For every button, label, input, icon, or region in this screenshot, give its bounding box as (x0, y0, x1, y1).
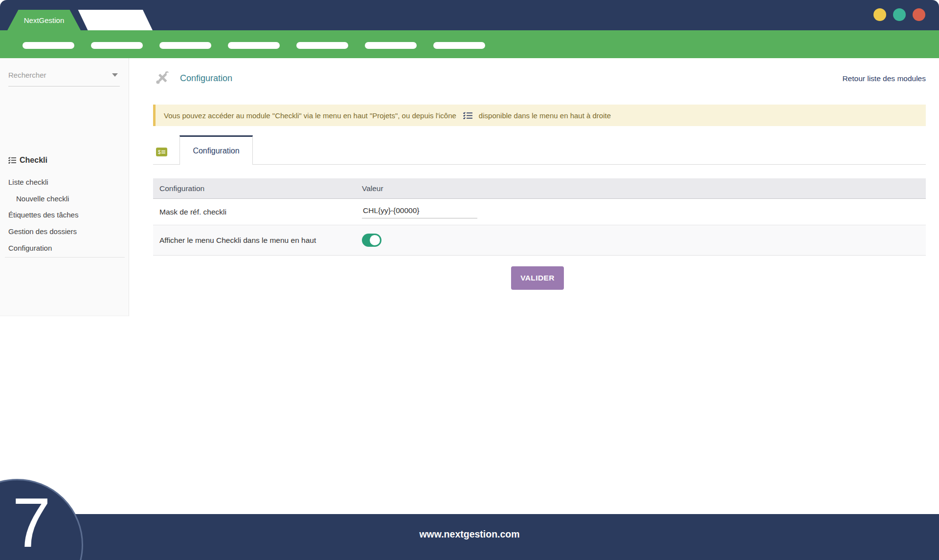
sidebar: Rechercher Checkli Liste checkli Nouvell… (0, 58, 129, 316)
menu-item-pill[interactable] (433, 42, 485, 49)
menu-item-pill[interactable] (365, 42, 417, 49)
sidebar-item-liste-checkli[interactable]: Liste checkli (8, 178, 48, 186)
tab-baseline (153, 164, 926, 165)
search-input[interactable]: Rechercher (8, 71, 120, 86)
money-icon: $ (156, 148, 167, 158)
svg-text:$: $ (158, 150, 161, 155)
table-row: Mask de réf. checkli (153, 199, 926, 225)
notice-banner: Vous pouvez accéder au module "Checkli" … (153, 105, 926, 126)
brand-label: NextGestion (24, 16, 65, 24)
toggle-knob (370, 235, 380, 245)
window-dot-red[interactable] (913, 8, 925, 21)
sidebar-section-label: Checkli (20, 156, 47, 165)
show-menu-toggle[interactable] (362, 234, 381, 247)
table-row: Afficher le menu Checkli dans le menu en… (153, 225, 926, 256)
window-dots (873, 8, 925, 21)
page-title: Configuration (180, 73, 232, 84)
setting-label-mask: Mask de réf. checkli (153, 208, 362, 216)
column-header-configuration: Configuration (153, 184, 362, 193)
redacted-brand-slab (77, 10, 153, 30)
menu-item-pill[interactable] (296, 42, 348, 49)
sidebar-item-configuration[interactable]: Configuration (8, 244, 52, 252)
page-number: 7 (12, 488, 51, 558)
mask-ref-input[interactable] (362, 205, 477, 218)
checklist-icon (8, 157, 16, 164)
menu-item-pill[interactable] (91, 42, 143, 49)
checklist-icon (463, 112, 472, 119)
top-menu-bar (0, 30, 939, 58)
search-placeholder: Rechercher (8, 71, 46, 79)
tab-label: Configuration (193, 147, 239, 155)
window-dot-yellow[interactable] (873, 8, 886, 21)
chevron-down-icon (112, 73, 118, 77)
tools-icon (155, 70, 170, 87)
configuration-table: Configuration Valeur Mask de réf. checkl… (153, 178, 926, 256)
sidebar-item-gestion-dossiers[interactable]: Gestion des dossiers (8, 227, 77, 236)
tab-configuration[interactable]: Configuration (179, 135, 253, 165)
page-number-badge: 7 (0, 479, 83, 560)
menu-item-pill[interactable] (22, 42, 74, 49)
setting-label-show-menu: Afficher le menu Checkli dans le menu en… (153, 236, 362, 245)
table-header-row: Configuration Valeur (153, 178, 926, 199)
sidebar-section-checkli: Checkli (8, 156, 47, 165)
menu-item-pill[interactable] (228, 42, 280, 49)
sidebar-item-nouvelle-checkli[interactable]: Nouvelle checkli (16, 194, 69, 203)
top-bar: NextGestion (0, 0, 939, 30)
menu-item-pill[interactable] (159, 42, 211, 49)
column-header-valeur: Valeur (362, 184, 926, 193)
footer-bar: www.nextgestion.com (0, 514, 939, 560)
window-dot-teal[interactable] (893, 8, 906, 21)
sidebar-item-etiquettes-taches[interactable]: Étiquettes des tâches (8, 211, 78, 219)
notice-text-before: Vous pouvez accéder au module "Checkli" … (164, 111, 456, 120)
brand-tab[interactable]: NextGestion (7, 10, 81, 30)
footer-url: www.nextgestion.com (0, 529, 939, 540)
valider-button[interactable]: VALIDER (511, 266, 564, 290)
notice-text-after: disponible dans le menu en haut à droite (479, 111, 611, 120)
back-to-modules-link[interactable]: Retour liste des modules (842, 74, 926, 83)
sidebar-divider (5, 257, 125, 258)
